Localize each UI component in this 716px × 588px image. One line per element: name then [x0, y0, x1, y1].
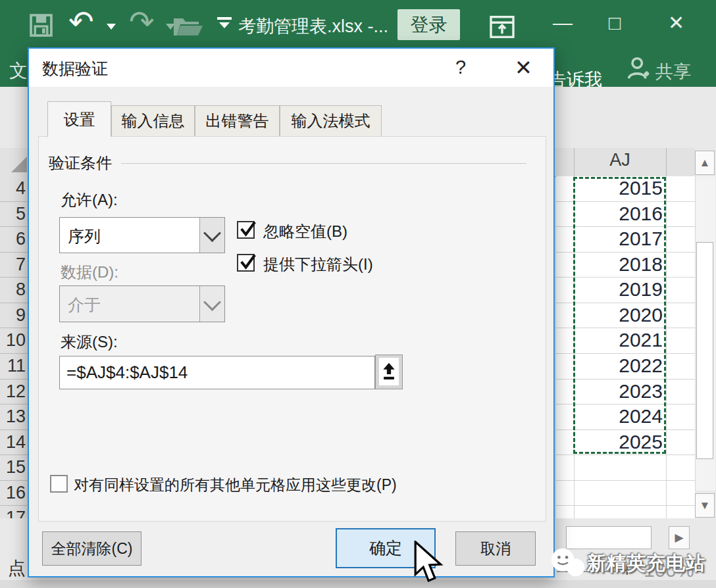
cell-ai[interactable] [556, 303, 575, 328]
row-header-15[interactable]: 15 [0, 455, 30, 481]
data-validation-dialog: 数据验证 ? ✕ 设置输入信息出错警告输入法模式 验证条件 允许(A): 序列 … [28, 47, 555, 577]
data-label: 数据(D): [61, 262, 118, 283]
select-all-corner[interactable] [0, 148, 30, 177]
cell-ai[interactable] [556, 278, 575, 303]
cell-ak[interactable] [667, 328, 695, 353]
grid-row [556, 481, 695, 506]
cell-ai[interactable] [556, 328, 575, 353]
allow-combobox[interactable]: 序列 [59, 217, 225, 253]
cell-ak[interactable] [667, 227, 695, 252]
row-header-6[interactable]: 6 [0, 227, 30, 253]
cancel-button[interactable]: 取消 [455, 531, 536, 566]
share-person-icon[interactable] [626, 56, 650, 81]
title-bar: ↶ ↷ 考勤管理表.xlsx -... 登录 — □ ✕ [0, 0, 716, 49]
cell-ak[interactable] [667, 481, 695, 506]
group-divider [121, 163, 526, 164]
open-folder-icon[interactable] [172, 14, 204, 38]
source-input[interactable]: =$AJ$4:$AJ$14 [59, 356, 375, 389]
watermark: 新精英充电站 [549, 545, 705, 583]
cell-ai[interactable] [556, 176, 575, 201]
in-cell-dropdown-label[interactable]: 提供下拉箭头(I) [263, 254, 373, 275]
row-header-7[interactable]: 7 [0, 253, 30, 278]
login-button[interactable]: 登录 [397, 9, 460, 40]
dialog-tab-1[interactable]: 设置 [47, 101, 111, 137]
column-header-aj[interactable]: AJ [574, 150, 666, 170]
dialog-tab-3[interactable]: 出错警告 [195, 105, 280, 137]
cell-ai[interactable] [556, 253, 575, 278]
cell-ak[interactable] [667, 253, 695, 278]
apply-all-label[interactable]: 对有同样设置的所有其他单元格应用这些更改(P) [74, 475, 397, 495]
cell-ak[interactable] [667, 202, 695, 227]
redo-icon[interactable]: ↷ [129, 9, 155, 34]
watermark-text: 新精英充电站 [587, 551, 705, 577]
ribbon-display-options-icon[interactable] [490, 16, 515, 38]
cell-ak[interactable] [667, 404, 695, 429]
cell-ak[interactable] [667, 455, 695, 480]
cell-ak[interactable] [667, 380, 695, 404]
cell-ak[interactable] [667, 278, 695, 303]
scroll-up-button[interactable]: ▲ [695, 151, 715, 175]
row-header-8[interactable]: 8 [0, 278, 30, 303]
cell-ai[interactable] [556, 506, 575, 518]
sheet-tab-partial[interactable]: 点 [8, 556, 26, 580]
cell-ak[interactable] [667, 303, 695, 328]
share-label[interactable]: 共享 [655, 60, 691, 84]
chevron-down-icon [203, 224, 221, 242]
dialog-help-icon[interactable]: ? [455, 57, 466, 78]
minimize-button[interactable]: — [553, 13, 573, 33]
cell-ai[interactable] [556, 380, 575, 404]
scroll-down-button[interactable]: ▼ [695, 493, 715, 518]
maximize-button[interactable]: □ [609, 13, 621, 33]
close-button[interactable]: ✕ [668, 13, 684, 33]
cell-aj-15[interactable] [575, 455, 667, 480]
ignore-blank-label[interactable]: 忽略空值(B) [263, 221, 347, 242]
validation-criteria-group: 验证条件 [49, 153, 537, 174]
save-icon[interactable] [29, 13, 53, 37]
undo-dropdown-caret[interactable] [107, 24, 116, 30]
row-header-13[interactable]: 13 [0, 404, 30, 430]
excel-window: ↶ ↷ 考勤管理表.xlsx -... 登录 — □ ✕ 文 告诉我 [0, 0, 716, 588]
cell-ai[interactable] [556, 404, 575, 429]
row-header-12[interactable]: 12 [0, 380, 30, 405]
in-cell-dropdown-checkbox[interactable] [237, 254, 255, 272]
cell-ai[interactable] [556, 354, 575, 379]
vertical-scrollbar-thumb[interactable] [696, 242, 713, 459]
dialog-title: 数据验证 [42, 58, 108, 80]
cell-ai[interactable] [556, 430, 575, 455]
apply-all-checkbox[interactable] [50, 475, 68, 493]
qat-customize-icon[interactable] [217, 17, 232, 28]
dialog-title-bar[interactable]: 数据验证 ? ✕ [29, 49, 553, 87]
cell-ak[interactable] [667, 176, 695, 201]
allow-dropdown-button[interactable] [199, 218, 224, 253]
cell-ai[interactable] [556, 455, 575, 480]
data-combobox: 介于 [59, 285, 225, 322]
cell-aj-17[interactable] [575, 506, 667, 518]
dialog-tab-4[interactable]: 输入法模式 [280, 105, 382, 137]
window-title: 考勤管理表.xlsx -... [238, 14, 388, 38]
cell-ak[interactable] [667, 354, 695, 379]
cell-ai[interactable] [556, 481, 575, 506]
check-icon [237, 251, 259, 272]
cell-aj-16[interactable] [575, 481, 667, 506]
clear-all-button[interactable]: 全部清除(C) [42, 531, 141, 566]
row-header-5[interactable]: 5 [0, 202, 30, 228]
collapse-dialog-button[interactable] [375, 355, 403, 389]
row-header-4[interactable]: 4 [0, 176, 30, 202]
row-header-10[interactable]: 10 [0, 328, 30, 354]
cell-ak[interactable] [667, 430, 695, 455]
dialog-tab-2[interactable]: 输入信息 [111, 105, 195, 137]
undo-icon[interactable]: ↶ [68, 9, 94, 34]
file-tab-partial[interactable]: 文 [9, 59, 26, 84]
cell-ak[interactable] [667, 506, 695, 518]
dialog-close-icon[interactable]: ✕ [515, 55, 532, 80]
chevron-down-icon [203, 293, 221, 311]
arrow-up-from-bar-icon [382, 362, 396, 381]
row-header-9[interactable]: 9 [0, 303, 30, 329]
cell-ai[interactable] [556, 227, 575, 252]
check-icon [237, 218, 259, 239]
ignore-blank-checkbox[interactable] [237, 221, 255, 239]
row-header-14[interactable]: 14 [0, 430, 30, 456]
cell-ai[interactable] [556, 202, 575, 227]
row-header-11[interactable]: 11 [0, 354, 30, 380]
row-header-16[interactable]: 16 [0, 481, 30, 506]
